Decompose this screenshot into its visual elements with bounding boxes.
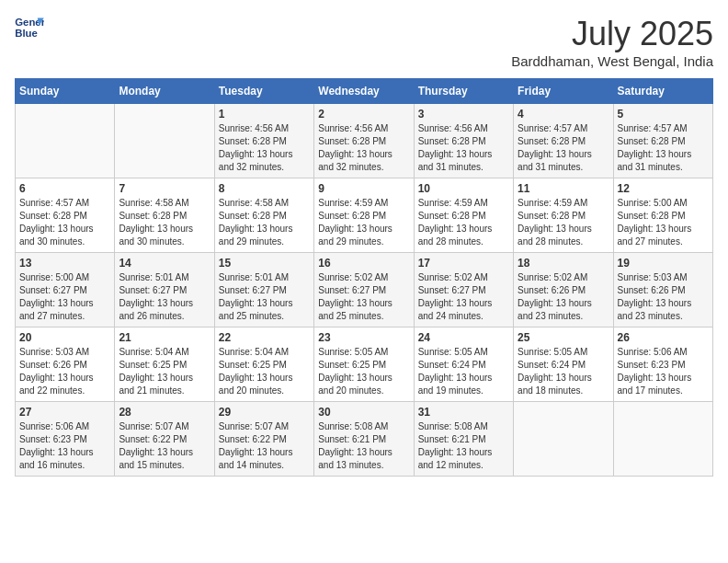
month-year: July 2025 — [511, 15, 713, 53]
calendar-cell: 2Sunrise: 4:56 AM Sunset: 6:28 PM Daylig… — [314, 104, 414, 178]
day-number: 1 — [219, 108, 310, 121]
calendar-cell — [613, 402, 712, 477]
day-number: 3 — [418, 108, 509, 121]
calendar-cell: 30Sunrise: 5:08 AM Sunset: 6:21 PM Dayli… — [314, 402, 414, 477]
calendar-cell: 21Sunrise: 5:04 AM Sunset: 6:25 PM Dayli… — [115, 327, 214, 402]
calendar-cell: 25Sunrise: 5:05 AM Sunset: 6:24 PM Dayli… — [514, 327, 613, 402]
logo: General Blue General Blue — [15, 15, 44, 40]
weekday-header: Tuesday — [214, 79, 313, 104]
day-number: 4 — [518, 108, 609, 121]
calendar-cell: 29Sunrise: 5:07 AM Sunset: 6:22 PM Dayli… — [214, 402, 313, 477]
day-info: Sunrise: 5:01 AM Sunset: 6:27 PM Dayligh… — [219, 271, 310, 323]
day-number: 30 — [318, 406, 409, 419]
day-info: Sunrise: 4:58 AM Sunset: 6:28 PM Dayligh… — [219, 197, 310, 248]
day-number: 27 — [19, 406, 110, 419]
day-info: Sunrise: 5:02 AM Sunset: 6:27 PM Dayligh… — [318, 271, 409, 323]
day-info: Sunrise: 5:02 AM Sunset: 6:26 PM Dayligh… — [518, 271, 609, 323]
day-number: 9 — [318, 182, 409, 195]
day-info: Sunrise: 5:08 AM Sunset: 6:21 PM Dayligh… — [418, 420, 509, 472]
calendar-cell: 23Sunrise: 5:05 AM Sunset: 6:25 PM Dayli… — [314, 327, 414, 402]
calendar-cell: 24Sunrise: 5:05 AM Sunset: 6:24 PM Dayli… — [414, 327, 513, 402]
calendar-cell: 9Sunrise: 4:59 AM Sunset: 6:28 PM Daylig… — [314, 178, 414, 253]
calendar-cell: 5Sunrise: 4:57 AM Sunset: 6:28 PM Daylig… — [613, 104, 712, 178]
calendar-cell — [115, 104, 214, 178]
calendar-cell: 22Sunrise: 5:04 AM Sunset: 6:25 PM Dayli… — [214, 327, 313, 402]
day-info: Sunrise: 4:58 AM Sunset: 6:28 PM Dayligh… — [119, 197, 210, 248]
calendar-cell: 14Sunrise: 5:01 AM Sunset: 6:27 PM Dayli… — [115, 253, 214, 327]
day-number: 11 — [518, 182, 609, 195]
day-number: 31 — [418, 406, 509, 419]
day-number: 10 — [418, 182, 509, 195]
day-info: Sunrise: 5:01 AM Sunset: 6:27 PM Dayligh… — [119, 271, 210, 323]
day-number: 6 — [19, 182, 110, 195]
day-number: 22 — [219, 331, 310, 344]
weekday-header: Wednesday — [314, 79, 414, 104]
day-info: Sunrise: 5:05 AM Sunset: 6:25 PM Dayligh… — [318, 346, 409, 397]
page-header: General Blue General Blue July 2025 Bard… — [15, 15, 713, 69]
day-number: 25 — [518, 331, 609, 344]
calendar-cell: 27Sunrise: 5:06 AM Sunset: 6:23 PM Dayli… — [16, 402, 115, 477]
day-number: 13 — [19, 257, 110, 270]
day-info: Sunrise: 5:03 AM Sunset: 6:26 PM Dayligh… — [19, 346, 110, 397]
day-number: 26 — [618, 331, 709, 344]
day-number: 14 — [119, 257, 210, 270]
day-number: 21 — [119, 331, 210, 344]
day-number: 16 — [318, 257, 409, 270]
day-number: 17 — [418, 257, 509, 270]
calendar-cell: 31Sunrise: 5:08 AM Sunset: 6:21 PM Dayli… — [414, 402, 513, 477]
day-number: 15 — [219, 257, 310, 270]
day-info: Sunrise: 5:02 AM Sunset: 6:27 PM Dayligh… — [418, 271, 509, 323]
day-info: Sunrise: 4:57 AM Sunset: 6:28 PM Dayligh… — [19, 197, 110, 248]
calendar-week-row: 20Sunrise: 5:03 AM Sunset: 6:26 PM Dayli… — [16, 327, 713, 402]
day-info: Sunrise: 5:06 AM Sunset: 6:23 PM Dayligh… — [618, 346, 709, 397]
calendar-week-row: 27Sunrise: 5:06 AM Sunset: 6:23 PM Dayli… — [16, 402, 713, 477]
calendar-cell: 12Sunrise: 5:00 AM Sunset: 6:28 PM Dayli… — [613, 178, 712, 253]
day-number: 18 — [518, 257, 609, 270]
calendar-cell — [514, 402, 613, 477]
day-info: Sunrise: 5:00 AM Sunset: 6:28 PM Dayligh… — [618, 197, 709, 248]
day-number: 12 — [618, 182, 709, 195]
calendar-cell: 18Sunrise: 5:02 AM Sunset: 6:26 PM Dayli… — [514, 253, 613, 327]
day-info: Sunrise: 5:00 AM Sunset: 6:27 PM Dayligh… — [19, 271, 110, 323]
calendar-cell: 4Sunrise: 4:57 AM Sunset: 6:28 PM Daylig… — [514, 104, 613, 178]
calendar-cell: 20Sunrise: 5:03 AM Sunset: 6:26 PM Dayli… — [16, 327, 115, 402]
day-info: Sunrise: 5:08 AM Sunset: 6:21 PM Dayligh… — [318, 420, 409, 472]
weekday-header: Sunday — [16, 79, 115, 104]
calendar-cell: 17Sunrise: 5:02 AM Sunset: 6:27 PM Dayli… — [414, 253, 513, 327]
location: Barddhaman, West Bengal, India — [511, 53, 713, 69]
day-number: 24 — [418, 331, 509, 344]
day-info: Sunrise: 4:56 AM Sunset: 6:28 PM Dayligh… — [219, 122, 310, 174]
day-info: Sunrise: 5:04 AM Sunset: 6:25 PM Dayligh… — [119, 346, 210, 397]
header-row: SundayMondayTuesdayWednesdayThursdayFrid… — [16, 79, 713, 104]
day-number: 19 — [618, 257, 709, 270]
day-info: Sunrise: 5:06 AM Sunset: 6:23 PM Dayligh… — [19, 420, 110, 472]
day-number: 8 — [219, 182, 310, 195]
day-number: 29 — [219, 406, 310, 419]
day-info: Sunrise: 5:04 AM Sunset: 6:25 PM Dayligh… — [219, 346, 310, 397]
day-info: Sunrise: 4:57 AM Sunset: 6:28 PM Dayligh… — [618, 122, 709, 174]
day-number: 23 — [318, 331, 409, 344]
svg-text:Blue: Blue — [15, 28, 38, 39]
calendar-cell: 28Sunrise: 5:07 AM Sunset: 6:22 PM Dayli… — [115, 402, 214, 477]
calendar-cell: 6Sunrise: 4:57 AM Sunset: 6:28 PM Daylig… — [16, 178, 115, 253]
day-info: Sunrise: 5:05 AM Sunset: 6:24 PM Dayligh… — [418, 346, 509, 397]
calendar-cell: 19Sunrise: 5:03 AM Sunset: 6:26 PM Dayli… — [613, 253, 712, 327]
calendar-cell: 13Sunrise: 5:00 AM Sunset: 6:27 PM Dayli… — [16, 253, 115, 327]
calendar-cell: 10Sunrise: 4:59 AM Sunset: 6:28 PM Dayli… — [414, 178, 513, 253]
calendar-week-row: 1Sunrise: 4:56 AM Sunset: 6:28 PM Daylig… — [16, 104, 713, 178]
weekday-header: Friday — [514, 79, 613, 104]
calendar-cell: 7Sunrise: 4:58 AM Sunset: 6:28 PM Daylig… — [115, 178, 214, 253]
day-info: Sunrise: 4:56 AM Sunset: 6:28 PM Dayligh… — [318, 122, 409, 174]
calendar-cell: 1Sunrise: 4:56 AM Sunset: 6:28 PM Daylig… — [214, 104, 313, 178]
day-info: Sunrise: 5:07 AM Sunset: 6:22 PM Dayligh… — [219, 420, 310, 472]
day-number: 28 — [119, 406, 210, 419]
day-info: Sunrise: 4:59 AM Sunset: 6:28 PM Dayligh… — [418, 197, 509, 248]
calendar-cell: 11Sunrise: 4:59 AM Sunset: 6:28 PM Dayli… — [514, 178, 613, 253]
calendar-cell: 26Sunrise: 5:06 AM Sunset: 6:23 PM Dayli… — [613, 327, 712, 402]
weekday-header: Saturday — [613, 79, 712, 104]
day-info: Sunrise: 5:05 AM Sunset: 6:24 PM Dayligh… — [518, 346, 609, 397]
day-info: Sunrise: 4:59 AM Sunset: 6:28 PM Dayligh… — [318, 197, 409, 248]
day-number: 7 — [119, 182, 210, 195]
title-block: July 2025 Barddhaman, West Bengal, India — [511, 15, 713, 69]
calendar-cell: 15Sunrise: 5:01 AM Sunset: 6:27 PM Dayli… — [214, 253, 313, 327]
